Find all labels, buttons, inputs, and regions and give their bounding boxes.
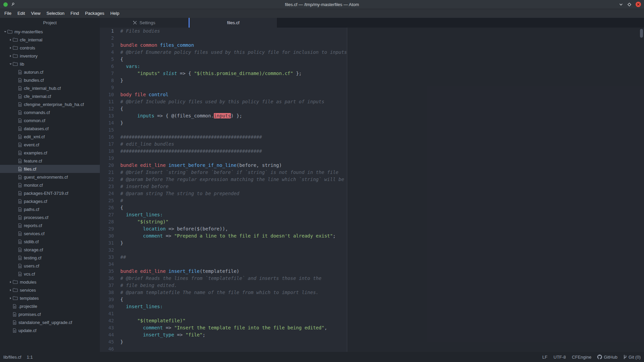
- folder-icon: [13, 288, 18, 292]
- status-cursor-position[interactable]: 1:1: [27, 355, 33, 360]
- close-icon[interactable]: [636, 2, 641, 7]
- tree-item[interactable]: my-masterfiles: [0, 28, 100, 36]
- chevron-right-icon[interactable]: [8, 55, 13, 58]
- pin-icon[interactable]: [10, 2, 16, 7]
- maximize-icon[interactable]: [627, 2, 632, 7]
- code-token: [120, 304, 126, 309]
- tree-item[interactable]: cfengine_enterprise_hub_ha.cf: [0, 100, 100, 108]
- tree-item[interactable]: stdlib.cf: [0, 238, 100, 246]
- chevron-right-icon[interactable]: [8, 281, 13, 284]
- tree-item[interactable]: event.cf: [0, 141, 100, 149]
- tree-item[interactable]: modules: [0, 278, 100, 286]
- tree-item[interactable]: vcs.cf: [0, 270, 100, 278]
- line-number: 8: [100, 77, 114, 84]
- folder-icon: [13, 296, 18, 300]
- tree-item[interactable]: processes.cf: [0, 213, 100, 221]
- chevron-right-icon[interactable]: [8, 46, 13, 49]
- tree-item[interactable]: packages-ENT-3719.cf: [0, 189, 100, 197]
- code-line: 9: [100, 84, 644, 91]
- tree-item[interactable]: lib: [0, 60, 100, 68]
- tree-item[interactable]: testing.cf: [0, 254, 100, 262]
- tree-item[interactable]: inventory: [0, 52, 100, 60]
- code-line: 23# inserted before: [100, 183, 644, 190]
- status-line-ending[interactable]: LF: [542, 355, 548, 360]
- tree-item[interactable]: guest_environments.cf: [0, 173, 100, 181]
- code-token: ;: [202, 332, 205, 337]
- tree-item[interactable]: common.cf: [0, 116, 100, 124]
- tree-item[interactable]: standalone_self_upgrade.cf: [0, 318, 100, 326]
- tree-item[interactable]: users.cf: [0, 262, 100, 270]
- tab-files-cf[interactable]: files.cf: [189, 18, 277, 28]
- chevron-down-icon[interactable]: [3, 30, 7, 33]
- tree-item[interactable]: templates: [0, 294, 100, 302]
- minimize-icon[interactable]: [619, 2, 623, 7]
- line-number: 38: [100, 289, 114, 296]
- code-line: 44 insert_type => "file";: [100, 331, 644, 338]
- tree-item[interactable]: paths.cf: [0, 205, 100, 213]
- tree-item[interactable]: cfe_internal.cf: [0, 92, 100, 100]
- keep-above-icon[interactable]: [3, 2, 8, 7]
- menu-selection[interactable]: Selection: [43, 9, 67, 18]
- file-icon: [18, 248, 22, 252]
- code-token: # @param templatefile The name of the fi…: [120, 290, 319, 295]
- menu-file[interactable]: File: [1, 9, 14, 18]
- tree-item[interactable]: reports.cf: [0, 221, 100, 229]
- tab-settings[interactable]: Settings: [100, 18, 189, 28]
- file-icon: [18, 256, 22, 260]
- tree-item[interactable]: autorun.cf: [0, 68, 100, 76]
- file-tree: my-masterfilescfe_internalcontrolsinvent…: [0, 28, 100, 352]
- code-line: 27 insert_lines:: [100, 211, 644, 218]
- tree-item[interactable]: promises.cf: [0, 310, 100, 318]
- menu-help[interactable]: Help: [107, 9, 122, 18]
- status-encoding[interactable]: UTF-8: [554, 355, 566, 360]
- line-number: 17: [100, 141, 114, 148]
- tree-item[interactable]: .projectile: [0, 302, 100, 310]
- tree-item[interactable]: databases.cf: [0, 124, 100, 133]
- line-number: 15: [100, 126, 114, 134]
- titlebar: files.cf — /tmp/my-masterfiles — Atom: [0, 0, 644, 9]
- status-git-branch[interactable]: Git (0): [623, 355, 641, 360]
- tree-item-label: modules: [20, 280, 36, 285]
- tree-item[interactable]: services.cf: [0, 229, 100, 238]
- tree-item[interactable]: feature.cf: [0, 157, 100, 165]
- menu-view[interactable]: View: [28, 9, 43, 18]
- chevron-right-icon[interactable]: [8, 38, 13, 41]
- code-text: inputs => { @(files_common.inputs) };: [114, 112, 242, 119]
- file-icon: [18, 272, 22, 276]
- tree-item[interactable]: controls: [0, 44, 100, 52]
- status-grammar[interactable]: CFEngine: [572, 355, 592, 360]
- code-line: 6 vars:: [100, 63, 644, 70]
- code-line: 22# @param before The regular expression…: [100, 176, 644, 183]
- tree-item[interactable]: commands.cf: [0, 108, 100, 116]
- code-token: =>: [174, 332, 186, 337]
- menu-edit[interactable]: Edit: [14, 9, 28, 18]
- tree-item-label: services: [20, 288, 36, 293]
- tree-item-label: .projectile: [18, 304, 37, 309]
- tree-item[interactable]: storage.cf: [0, 246, 100, 254]
- tree-item[interactable]: monitor.cf: [0, 181, 100, 189]
- tree-item[interactable]: update.cf: [0, 326, 100, 334]
- code-text: # @brief Insert `string` before `before`…: [114, 169, 338, 176]
- code-editor[interactable]: 1# Files bodies23bundle common files_com…: [100, 28, 644, 352]
- tree-item[interactable]: bundles.cf: [0, 76, 100, 84]
- chevron-right-icon[interactable]: [8, 297, 13, 300]
- menu-find[interactable]: Find: [68, 9, 82, 18]
- code-token: (before, string): [237, 162, 282, 168]
- status-github[interactable]: GitHub: [597, 355, 617, 360]
- tree-item[interactable]: services: [0, 286, 100, 294]
- editor-scrollbar[interactable]: [640, 29, 643, 38]
- code-text: ########################################…: [114, 134, 262, 141]
- chevron-down-icon[interactable]: [8, 63, 13, 66]
- menu-packages[interactable]: Packages: [82, 9, 107, 18]
- tree-item-label: edit_xml.cf: [24, 134, 45, 139]
- tree-item[interactable]: packages.cf: [0, 197, 100, 205]
- tree-item[interactable]: files.cf: [0, 165, 100, 173]
- tree-item[interactable]: cfe_internal_hub.cf: [0, 84, 100, 92]
- code-token: ##: [120, 254, 126, 260]
- code-text: bundle common files_common: [114, 42, 194, 49]
- tree-item[interactable]: examples.cf: [0, 149, 100, 157]
- tree-item[interactable]: cfe_internal: [0, 36, 100, 44]
- tree-item[interactable]: edit_xml.cf: [0, 133, 100, 141]
- chevron-right-icon[interactable]: [8, 289, 13, 292]
- code-text: # @param before The regular expression m…: [114, 176, 344, 183]
